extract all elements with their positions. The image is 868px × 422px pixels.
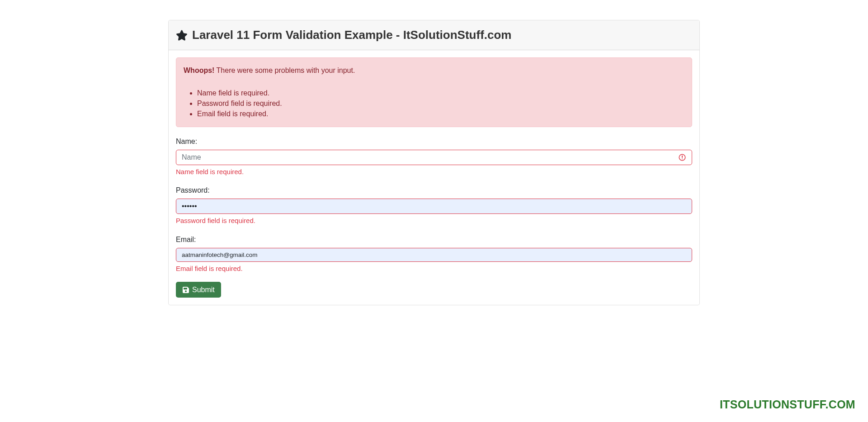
save-icon bbox=[182, 286, 189, 294]
alert-error-item: Email field is required. bbox=[197, 109, 684, 119]
page-title: Laravel 11 Form Validation Example - ItS… bbox=[192, 26, 511, 44]
email-label: Email: bbox=[176, 234, 692, 245]
email-error: Email field is required. bbox=[176, 264, 692, 274]
card-header: Laravel 11 Form Validation Example - ItS… bbox=[169, 20, 699, 50]
name-error: Name field is required. bbox=[176, 167, 692, 177]
name-label: Name: bbox=[176, 136, 692, 147]
star-icon bbox=[176, 29, 188, 41]
alert-error-list: Name field is required. Password field i… bbox=[184, 88, 684, 119]
form-group-name: Name: Name field is required. bbox=[176, 136, 692, 177]
password-input[interactable] bbox=[176, 199, 692, 214]
alert-error-item: Password field is required. bbox=[197, 98, 684, 109]
card-body: Whoops! There were some problems with yo… bbox=[169, 50, 699, 305]
alert-text: There were some problems with your input… bbox=[214, 66, 355, 74]
alert-strong: Whoops! bbox=[184, 66, 214, 74]
form-group-email: Email: Email field is required. bbox=[176, 234, 692, 274]
error-alert: Whoops! There were some problems with yo… bbox=[176, 57, 692, 127]
alert-error-item: Name field is required. bbox=[197, 88, 684, 98]
password-label: Password: bbox=[176, 185, 692, 196]
form-group-password: Password: Password field is required. bbox=[176, 185, 692, 226]
password-error: Password field is required. bbox=[176, 216, 692, 226]
form-card: Laravel 11 Form Validation Example - ItS… bbox=[168, 20, 700, 305]
name-input[interactable] bbox=[176, 150, 692, 165]
submit-button[interactable]: Submit bbox=[176, 282, 221, 298]
email-input[interactable] bbox=[176, 248, 692, 262]
submit-button-label: Submit bbox=[192, 286, 215, 294]
